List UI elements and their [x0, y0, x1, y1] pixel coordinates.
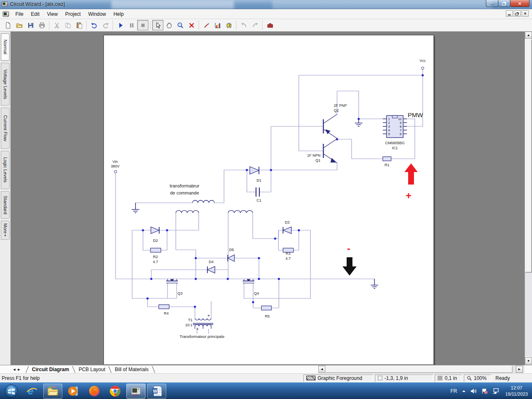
new-button[interactable]	[2, 20, 14, 30]
resistor-r1[interactable]: R1	[383, 157, 391, 167]
vertical-scroll-track[interactable]	[525, 273, 532, 357]
sidebar-tab-logic-levels[interactable]: Logic Levels	[1, 151, 10, 189]
mdi-minimize-button[interactable]	[506, 10, 513, 17]
print-button[interactable]	[36, 20, 47, 30]
horizontal-scrollbar[interactable]: ◄ ►	[318, 365, 525, 373]
black-down-arrow-annotation[interactable]	[342, 257, 357, 276]
resistor-r2[interactable]: R2 4.7	[150, 248, 161, 264]
close-button[interactable]: ×	[510, 0, 530, 7]
schematic-canvas[interactable]: Vcc Vin 380V	[11, 32, 525, 365]
transformer-t1[interactable]: T1 10:1 + + Transformateur principale	[180, 313, 224, 339]
copy-button[interactable]	[62, 20, 74, 30]
menu-file[interactable]: File	[12, 10, 27, 18]
cut-button[interactable]	[51, 20, 62, 30]
sidebar-tab-more[interactable]: More▾	[1, 221, 10, 240]
menu-edit[interactable]: Edit	[27, 10, 43, 18]
mdi-restore-button[interactable]	[514, 10, 521, 17]
rotate-right-button[interactable]	[249, 20, 261, 30]
mosfet-q4[interactable]: Q4	[243, 279, 259, 296]
horizontal-scroll-thumb[interactable]	[325, 366, 512, 373]
hidden-icons-chevron[interactable]	[461, 389, 466, 393]
vcc-terminal[interactable]: Vcc	[419, 59, 426, 69]
menu-project[interactable]: Project	[62, 10, 84, 18]
taskbar-media-player[interactable]	[64, 384, 83, 399]
component-tester-button[interactable]	[223, 20, 234, 30]
paste-button[interactable]	[74, 20, 85, 30]
pointer-tool-button[interactable]	[152, 20, 163, 30]
layer-indicator[interactable]: Graphic Foreground	[303, 374, 373, 382]
minimize-button[interactable]	[486, 0, 498, 7]
probe-tool-button[interactable]	[201, 20, 212, 30]
tab-scroll-right-icon[interactable]: ►	[17, 367, 21, 372]
volume-icon[interactable]	[470, 388, 477, 394]
delete-tool-button[interactable]	[186, 20, 197, 30]
taskbar-firefox[interactable]	[85, 384, 104, 399]
zoom-indicator[interactable]: 100%	[464, 374, 491, 382]
start-button[interactable]	[2, 384, 21, 399]
taskbar-circuit-wizard[interactable]	[126, 384, 145, 399]
save-button[interactable]	[25, 20, 36, 30]
resistor-r3[interactable]: R3 4.7	[283, 248, 293, 261]
taskbar-chrome[interactable]	[106, 384, 125, 399]
restore-button[interactable]	[498, 0, 510, 7]
clock[interactable]: 12:07 19/11/2023	[505, 385, 528, 397]
redo-button[interactable]	[100, 20, 111, 30]
diode-d3[interactable]: D3	[283, 220, 291, 234]
resistor-r4[interactable]: R4	[159, 305, 169, 315]
taskbar-word[interactable]: W	[147, 384, 166, 399]
scroll-up-button[interactable]: ▲	[525, 32, 532, 39]
language-indicator[interactable]: FR	[451, 388, 457, 394]
menu-window[interactable]: Window	[84, 10, 110, 18]
sidebar-tab-normal[interactable]: Normal	[1, 33, 10, 61]
sidebar-tab-standard[interactable]: Standard	[1, 191, 10, 219]
play-button[interactable]	[115, 20, 126, 30]
action-center-flag-icon[interactable]	[481, 388, 488, 394]
ic1-chip[interactable]: 1 2 3 4 5 10 9 8 7 6 CM6805BG IC1	[383, 116, 407, 150]
scroll-left-button[interactable]: ◄	[318, 366, 325, 373]
mdi-close-button[interactable]: ×	[522, 10, 529, 17]
pause-button[interactable]	[126, 20, 137, 30]
vertical-scrollbar[interactable]: ▲ ▼	[525, 32, 532, 365]
tab-circuit-diagram[interactable]: Circuit Diagram	[31, 366, 70, 373]
schematic-page[interactable]: Vcc Vin 380V	[103, 35, 434, 365]
taskbar-windows-explorer[interactable]	[43, 384, 62, 399]
mosfet-q3[interactable]: Q3	[166, 279, 182, 296]
ground-symbol[interactable]	[371, 279, 378, 288]
graph-tool-button[interactable]	[212, 20, 223, 30]
open-button[interactable]	[14, 20, 25, 30]
menu-view[interactable]: View	[43, 10, 62, 18]
diode-d4[interactable]: D4	[207, 260, 215, 273]
zoom-tool-button[interactable]	[175, 20, 186, 30]
diode-d2[interactable]: D2	[151, 227, 159, 243]
sidebar-tab-current-flow[interactable]: Current Flow	[1, 108, 10, 149]
diode-d1[interactable]: D1	[250, 167, 261, 182]
tab-bill-of-materials[interactable]: Bill of Materials	[114, 366, 149, 373]
undo-button[interactable]	[89, 20, 100, 30]
vertical-scroll-thumb[interactable]	[525, 39, 532, 273]
inductor-coil2[interactable]	[228, 210, 253, 213]
tab-pcb-layout[interactable]: PCB Layout	[78, 366, 106, 373]
network-icon[interactable]	[492, 388, 500, 394]
red-up-arrow-annotation[interactable]	[404, 163, 418, 185]
grid-indicator[interactable]: 0,1 in	[435, 374, 462, 382]
diode-d5[interactable]: D5	[228, 248, 234, 261]
inductor-coil1[interactable]	[176, 210, 199, 213]
toolbox-button[interactable]	[264, 20, 276, 30]
tab-scroll-left-icon[interactable]: ◄	[12, 367, 16, 372]
stop-button[interactable]	[137, 20, 148, 30]
pan-tool-button[interactable]	[163, 20, 175, 30]
sidebar-tab-voltage-levels[interactable]: Voltage Levels	[1, 63, 10, 106]
ground-symbol[interactable]	[132, 203, 139, 213]
taskbar-internet-explorer[interactable]: e	[22, 384, 42, 399]
horizontal-scroll-track[interactable]	[512, 366, 516, 373]
ground-symbol[interactable]	[355, 119, 362, 126]
inductor-commande[interactable]	[192, 200, 214, 203]
transistor-q2[interactable]: 2F PNP Q2	[323, 103, 347, 138]
scroll-right-button[interactable]: ►	[516, 366, 523, 373]
resistor-r5[interactable]: R5	[261, 306, 271, 318]
rotate-left-button[interactable]	[238, 20, 249, 30]
vin-terminal[interactable]: Vin 380V	[111, 160, 119, 173]
capacitor-c1[interactable]: C1	[256, 187, 261, 202]
scroll-down-button[interactable]: ▼	[525, 357, 532, 365]
menu-help[interactable]: Help	[110, 10, 128, 18]
